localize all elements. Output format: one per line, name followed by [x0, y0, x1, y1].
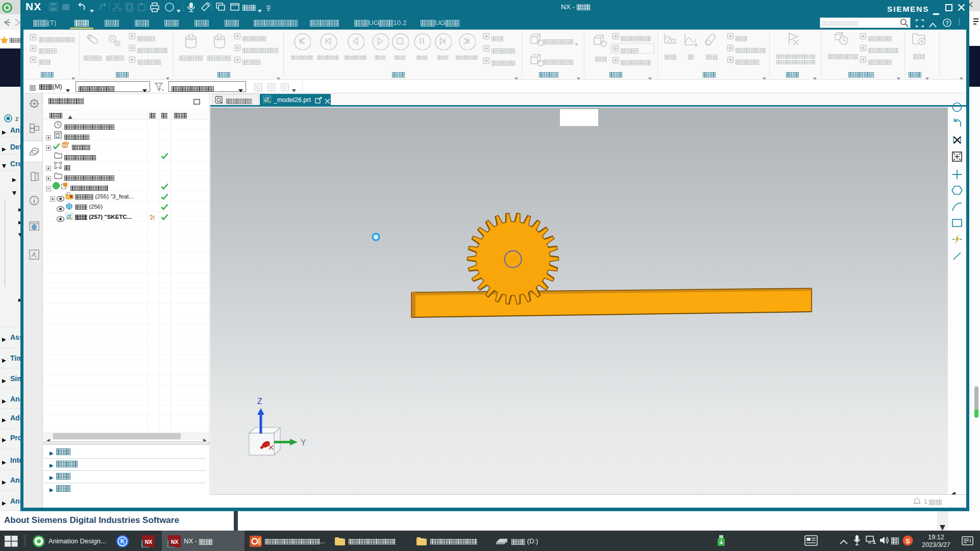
- svg-text:NX: NX: [171, 539, 179, 545]
- svg-text:?: ?: [945, 20, 949, 26]
- svg-text:S: S: [905, 537, 910, 545]
- svg-text:K: K: [120, 538, 125, 545]
- svg-text:Y: Y: [301, 438, 306, 447]
- svg-text:NX: NX: [145, 539, 153, 545]
- svg-text:Z: Z: [257, 397, 262, 406]
